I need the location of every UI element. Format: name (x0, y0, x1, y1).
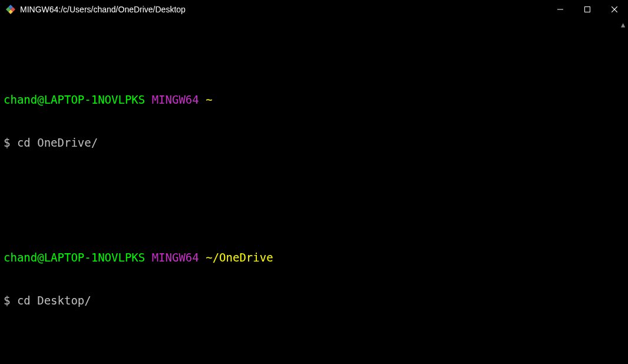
prompt-env: MINGW64 (152, 251, 199, 264)
prompt-char: $ (4, 136, 10, 149)
app-icon (6, 5, 15, 14)
prompt-line: chand@LAPTOP-1NOVLPKS MINGW64 ~/OneDrive (4, 250, 614, 264)
prompt-char: $ (4, 294, 10, 307)
minimize-button[interactable] (547, 0, 574, 19)
command-text: cd OneDrive/ (17, 136, 98, 149)
svg-rect-5 (585, 7, 590, 12)
command-line: $ cd OneDrive/ (4, 135, 614, 150)
terminal[interactable]: chand@LAPTOP-1NOVLPKS MINGW64 ~ $ cd One… (0, 19, 618, 364)
blank-line (4, 336, 614, 350)
command-text: cd Desktop/ (17, 294, 91, 307)
window-title: MINGW64:/c/Users/chand/OneDrive/Desktop (20, 5, 186, 14)
prompt-user: chand@LAPTOP-1NOVLPKS (4, 251, 145, 264)
scroll-up-icon[interactable]: ▲ (621, 21, 625, 28)
prompt-user: chand@LAPTOP-1NOVLPKS (4, 93, 145, 106)
maximize-icon (584, 6, 590, 12)
titlebar[interactable]: MINGW64:/c/Users/chand/OneDrive/Desktop (0, 0, 628, 19)
prompt-line: chand@LAPTOP-1NOVLPKS MINGW64 ~ (4, 92, 614, 107)
prompt-env: MINGW64 (152, 93, 199, 106)
close-button[interactable] (601, 0, 628, 19)
prompt-path: ~/OneDrive (206, 251, 273, 264)
close-icon (612, 6, 617, 12)
client-area: chand@LAPTOP-1NOVLPKS MINGW64 ~ $ cd One… (0, 19, 628, 364)
maximize-button[interactable] (574, 0, 601, 19)
window: MINGW64:/c/Users/chand/OneDrive/Desktop … (0, 0, 628, 364)
prompt-path: ~ (206, 93, 212, 106)
scrollbar[interactable]: ▲ ▼ (618, 19, 628, 364)
command-line: $ cd Desktop/ (4, 293, 614, 307)
minimize-icon (557, 6, 563, 12)
blank-line (4, 178, 614, 193)
